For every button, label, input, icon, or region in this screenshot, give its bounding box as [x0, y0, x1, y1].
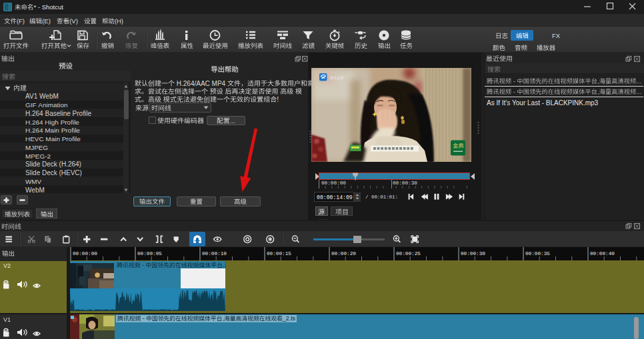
svg-text:* - Shotcut: * - Shotcut [34, 3, 64, 11]
svg-text:H.264 Main Profile: H.264 Main Profile [25, 127, 80, 134]
svg-text:...: ... [636, 89, 641, 95]
svg-text:00:00:00: 00:00:00 [321, 180, 346, 185]
svg-text:Slide Deck (H.264): Slide Deck (H.264) [25, 161, 81, 168]
svg-text:...: ... [230, 117, 235, 124]
svg-text:AV1 WebM: AV1 WebM [25, 93, 59, 100]
svg-text:!: ! [277, 96, 279, 103]
svg-text:WMV: WMV [25, 178, 41, 185]
svg-text:MPEG-2: MPEG-2 [25, 152, 51, 159]
svg-text:(V): (V) [69, 17, 78, 25]
svg-text:00:00:00: 00:00:00 [73, 251, 97, 256]
svg-text:,: , [222, 316, 223, 322]
svg-text:H.264 High Profile: H.264 High Profile [25, 118, 79, 125]
svg-text:,: , [223, 262, 224, 268]
svg-text:-: - [141, 316, 146, 322]
svg-text:MJPEG: MJPEG [25, 144, 48, 151]
svg-text:...: ... [636, 78, 641, 85]
svg-text:00:00:35: 00:00:35 [525, 251, 550, 256]
svg-text:-: - [511, 89, 517, 95]
svg-text:00:00:30: 00:00:30 [393, 180, 417, 185]
svg-text:(F): (F) [17, 17, 25, 25]
svg-text:As If It's Your Last - BLACKPI: As If It's Your Last - BLACKPINK.mp3 [487, 99, 599, 106]
svg-text:H.264/AAC MP4: H.264/AAC MP4 [175, 80, 227, 87]
svg-text:00:00:30: 00:00:30 [461, 251, 485, 256]
svg-text:/ 00:01:01:: / 00:01:01: [365, 194, 398, 200]
svg-text:Slide Deck (HEVC): Slide Deck (HEVC) [25, 169, 82, 176]
svg-text:H.264 Baseline Profile: H.264 Baseline Profile [25, 110, 91, 117]
svg-text:V2: V2 [3, 263, 11, 270]
svg-text:WebM: WebM [25, 186, 45, 193]
svg-text:00:00:05: 00:00:05 [137, 251, 162, 256]
svg-text:00:00:14:09: 00:00:14:09 [317, 194, 353, 200]
svg-text:,: , [597, 78, 599, 85]
svg-text:FX: FX [552, 32, 561, 39]
svg-text:00:00:10: 00:00:10 [202, 251, 227, 256]
svg-text:V1: V1 [3, 317, 11, 324]
svg-text:_2.ts: _2.ts [282, 316, 296, 322]
svg-text:00:00:40: 00:00:40 [590, 251, 615, 256]
svg-text:00:00:25: 00:00:25 [396, 251, 421, 256]
svg-text:(E): (E) [42, 17, 51, 25]
svg-text:GIF Animation: GIF Animation [25, 101, 68, 109]
svg-text:00:00:20: 00:00:20 [331, 251, 356, 256]
svg-text:,: , [597, 89, 599, 95]
svg-text:HEVC Main Profile: HEVC Main Profile [25, 135, 81, 143]
svg-text:00:00:15: 00:00:15 [267, 251, 291, 256]
svg-text:(H): (H) [115, 17, 123, 25]
svg-text:-: - [141, 262, 146, 268]
svg-text:-: - [511, 78, 517, 85]
